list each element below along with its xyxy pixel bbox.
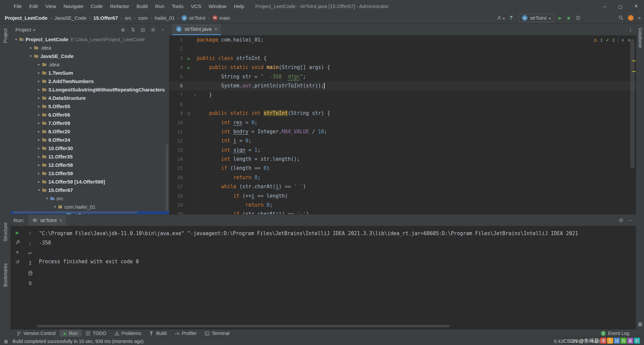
menu-view[interactable]: View bbox=[42, 0, 60, 12]
tree-chevron-icon[interactable]: ▸ bbox=[36, 163, 42, 167]
code-line-13[interactable]: 13 int sign = 1; bbox=[169, 146, 636, 155]
tree-item-8.offer20[interactable]: ▸8.Offer20 bbox=[11, 127, 169, 136]
fold-marker[interactable] bbox=[193, 72, 197, 81]
locate-button[interactable]: ⊕ bbox=[121, 27, 125, 32]
tab-close-icon[interactable] bbox=[214, 26, 217, 32]
tree-item-7.offer09[interactable]: ▸7.Offer09 bbox=[11, 119, 169, 127]
code-text[interactable]: int res = 0; bbox=[197, 118, 636, 127]
breadcrumb-item-src[interactable]: src bbox=[125, 15, 131, 21]
code-line-16[interactable]: 16 return 0; bbox=[169, 173, 636, 182]
gutter-icon-zone[interactable] bbox=[185, 36, 193, 45]
line-number[interactable]: 10 bbox=[169, 118, 185, 127]
toolwindow-button-version-control[interactable]: Version Control bbox=[13, 330, 60, 337]
tree-chevron-icon[interactable]: ▸ bbox=[36, 104, 42, 109]
run-line-icon[interactable]: ▶ bbox=[188, 66, 190, 70]
settings-button[interactable] bbox=[151, 27, 156, 32]
tree-chevron-icon[interactable]: ▸ bbox=[36, 121, 42, 125]
line-number[interactable]: 20 bbox=[169, 210, 185, 214]
code-text[interactable]: } bbox=[197, 90, 636, 99]
line-number[interactable]: 1 bbox=[169, 36, 185, 45]
gutter-icon-zone[interactable]: ▶ bbox=[185, 63, 193, 72]
fold-marker[interactable] bbox=[193, 201, 197, 210]
gutter-icon-zone[interactable] bbox=[185, 118, 193, 127]
sidebar-item-structure[interactable]: Structure bbox=[3, 222, 8, 242]
breadcrumb-item-project_leetcode[interactable]: Project_LeetCode bbox=[5, 15, 48, 21]
code-line-2[interactable]: 2 bbox=[169, 45, 636, 54]
code-text[interactable]: int length = str.length(); bbox=[197, 155, 636, 164]
user-button[interactable] bbox=[497, 15, 505, 21]
fold-marker[interactable] bbox=[193, 81, 197, 90]
code-text[interactable]: int i = 0; bbox=[197, 136, 636, 145]
tree-item-4.datastructure[interactable]: ▸4.DataStructure bbox=[11, 94, 169, 102]
print-button[interactable] bbox=[28, 271, 33, 276]
toolwindow-button-profiler[interactable]: Profiler bbox=[171, 330, 201, 337]
code-text[interactable] bbox=[197, 45, 636, 54]
fold-marker[interactable] bbox=[193, 155, 197, 164]
code-line-7[interactable]: 7∧ } bbox=[169, 90, 636, 99]
gutter-icon-zone[interactable] bbox=[185, 210, 193, 214]
breadcrumb-item-15.offer67[interactable]: 15.Offer67 bbox=[93, 15, 118, 21]
run-tab-strtoint[interactable]: strToInt bbox=[29, 215, 66, 226]
menu-vcs[interactable]: VCS bbox=[187, 0, 205, 12]
coverage-button[interactable] bbox=[576, 15, 581, 20]
line-number[interactable]: 13 bbox=[169, 146, 185, 155]
code-text[interactable]: if (length == 0) bbox=[197, 164, 636, 173]
gutter-icon-zone[interactable] bbox=[185, 192, 193, 201]
code-line-10[interactable]: 10 int res = 0; bbox=[169, 118, 636, 127]
caret-position[interactable]: 6:43 bbox=[554, 339, 563, 344]
tree-chevron-icon[interactable]: ▸ bbox=[36, 154, 42, 159]
code-line-6[interactable]: 6 System.out.println(strToInt(str)); bbox=[169, 81, 636, 90]
soft-wrap-button[interactable]: ↵ bbox=[28, 251, 33, 256]
clear-button[interactable] bbox=[28, 281, 33, 286]
code-line-11[interactable]: 11 int bndry = Integer.MAX_VALUE / 10; bbox=[169, 127, 636, 136]
tree-chevron-icon[interactable]: ▸ bbox=[36, 62, 42, 67]
next-issue-button[interactable] bbox=[627, 38, 631, 43]
code-text[interactable]: if (str.charAt(i) == '-') bbox=[197, 210, 636, 214]
line-number[interactable]: 5 bbox=[169, 72, 185, 81]
tree-chevron-icon[interactable]: ▸ bbox=[36, 71, 42, 75]
tree-chevron-icon[interactable]: ▸ bbox=[36, 138, 42, 142]
tree-item-.idea[interactable]: ▸.idea bbox=[11, 60, 169, 69]
debug-button[interactable] bbox=[566, 15, 571, 20]
gutter-icon-zone[interactable] bbox=[185, 45, 193, 54]
tree-item-12.offer58[interactable]: ▸12.Offer58 bbox=[11, 161, 169, 169]
tree-chevron-icon[interactable]: ▸ bbox=[36, 129, 42, 134]
code-text[interactable]: return 0; bbox=[197, 201, 636, 210]
code-line-3[interactable]: 3▶public class strToInt { bbox=[169, 54, 636, 63]
sidebar-item-database[interactable]: Database bbox=[638, 28, 643, 48]
line-number[interactable]: 16 bbox=[169, 173, 185, 182]
quick-access-icon[interactable]: ▦ bbox=[4, 339, 8, 344]
run-tab-close-icon[interactable] bbox=[59, 217, 62, 223]
event-log-button[interactable]: 1 Event Log bbox=[601, 331, 629, 336]
fold-marker[interactable] bbox=[193, 63, 197, 72]
gutter-icon-zone[interactable] bbox=[185, 90, 193, 99]
tree-item-14.offer59-14.offer59ii-[interactable]: ▸14.Offer59 [14.Offer59II] bbox=[11, 178, 169, 186]
tree-item-10.offer30[interactable]: ▸10.Offer30 bbox=[11, 144, 169, 152]
menu-build[interactable]: Build bbox=[133, 0, 151, 12]
project-panel-title[interactable]: Project bbox=[15, 27, 35, 32]
tab-strtoint-java[interactable]: c strToInt.java bbox=[172, 24, 221, 35]
file-encoding[interactable]: UTF-8 bbox=[593, 339, 606, 344]
code-text[interactable]: package com.hailei_01; bbox=[197, 36, 636, 45]
status-message[interactable]: Build completed successfully in 10 sec, … bbox=[12, 339, 144, 344]
tree-item-javase-code[interactable]: ▾JavaSE_Code bbox=[11, 52, 169, 60]
tree-item-project-leetcode[interactable]: ▾Project_LeetCodeE:\Java_Learn\Project_L… bbox=[11, 35, 169, 44]
menu-edit[interactable]: Edit bbox=[25, 0, 42, 12]
fold-marker[interactable] bbox=[193, 45, 197, 54]
tree-vertical-scrollbar[interactable] bbox=[166, 144, 168, 211]
fold-marker[interactable] bbox=[193, 36, 197, 45]
fold-marker[interactable] bbox=[193, 173, 197, 182]
code-line-9[interactable]: 9@ public static int strToInt(String str… bbox=[169, 109, 636, 118]
tree-chevron-icon[interactable]: ▸ bbox=[36, 171, 42, 176]
hide-button[interactable]: − bbox=[161, 27, 164, 32]
editor-scrollbar[interactable] bbox=[630, 39, 635, 168]
tree-chevron-icon[interactable]: ▸ bbox=[36, 87, 42, 92]
gutter-icon-zone[interactable] bbox=[185, 155, 193, 164]
up-stack-button[interactable]: ↑ bbox=[29, 230, 32, 235]
line-number[interactable]: 14 bbox=[169, 155, 185, 164]
code-line-8[interactable]: 8 bbox=[169, 100, 636, 109]
gutter-icon-zone[interactable] bbox=[185, 81, 193, 90]
breadcrumb-item-main[interactable]: mmain bbox=[212, 15, 230, 21]
update-button[interactable]: ↑ bbox=[628, 15, 634, 21]
breadcrumb-item-javase_code[interactable]: JavaSE_Code bbox=[54, 15, 87, 21]
